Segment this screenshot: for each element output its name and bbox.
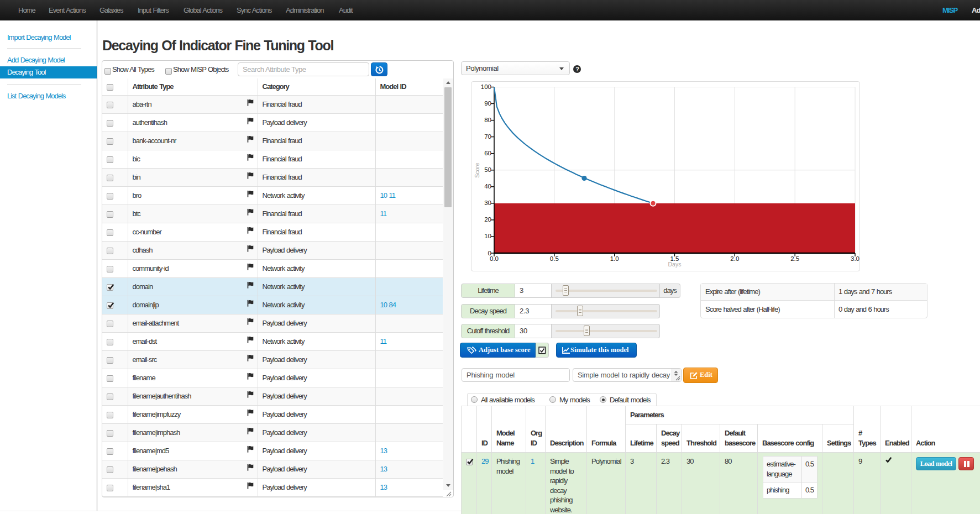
- svg-text:2.0: 2.0: [730, 255, 739, 262]
- svg-text:0.5: 0.5: [550, 255, 559, 262]
- svg-text:40: 40: [484, 183, 491, 190]
- svg-text:2.5: 2.5: [790, 255, 799, 262]
- svg-text:100: 100: [481, 83, 491, 90]
- svg-text:1.0: 1.0: [610, 255, 619, 262]
- svg-text:10: 10: [484, 233, 491, 239]
- svg-text:20: 20: [484, 216, 491, 223]
- svg-text:60: 60: [484, 150, 491, 156]
- svg-text:Days: Days: [668, 261, 682, 268]
- svg-text:80: 80: [484, 117, 491, 123]
- svg-text:70: 70: [484, 133, 491, 140]
- svg-text:30: 30: [484, 200, 491, 206]
- svg-text:50: 50: [484, 166, 491, 173]
- svg-text:3.0: 3.0: [851, 255, 860, 262]
- svg-text:90: 90: [484, 100, 491, 107]
- svg-text:0.0: 0.0: [490, 255, 499, 262]
- svg-text:Score: Score: [474, 162, 480, 178]
